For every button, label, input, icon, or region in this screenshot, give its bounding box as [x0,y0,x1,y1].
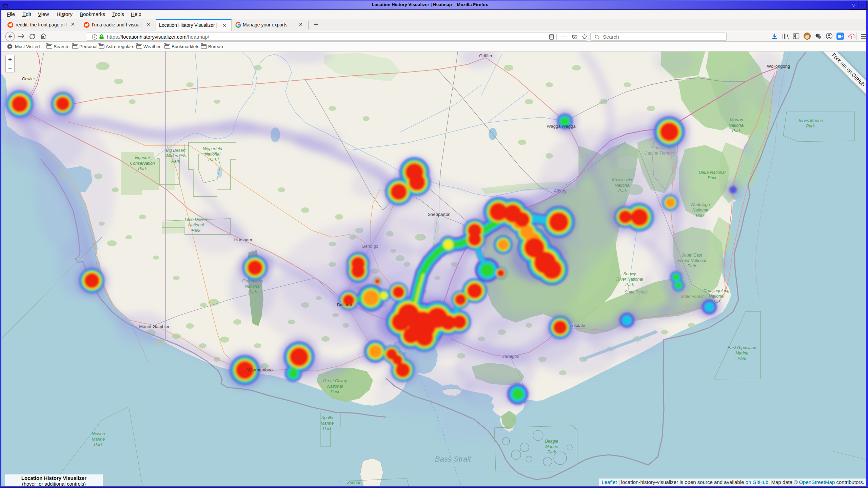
svg-text:Conservation: Conservation [130,161,155,166]
svg-text:Park: Park [323,426,332,431]
svg-text:Park: Park [208,157,217,162]
svg-text:Bass Strait: Bass Strait [435,455,471,463]
svg-text:Marine: Marine [321,421,334,426]
svg-text:River National: River National [616,277,644,282]
svg-text:Apollo: Apollo [321,415,333,420]
svg-text:Park: Park [138,166,147,171]
svg-text:National: National [205,152,221,157]
svg-text:Warrnambool: Warrnambool [247,367,274,372]
svg-text:Park: Park [547,450,556,454]
svg-text:Park: Park [732,128,741,133]
svg-text:Park: Park [94,442,103,447]
svg-text:Gawler: Gawler [22,77,35,81]
svg-text:Jervis Marine: Jervis Marine [797,118,823,123]
svg-text:Park: Park [737,356,746,361]
svg-text:Marine: Marine [735,351,748,355]
svg-text:Snowy: Snowy [623,271,636,276]
svg-text:Park: Park [625,282,634,287]
svg-text:Wyperfeld: Wyperfeld [203,146,222,151]
svg-text:Park: Park [806,124,815,128]
svg-text:Zeehan: Zeehan [347,480,361,485]
svg-text:Park: Park [331,389,339,394]
svg-text:Marine: Marine [92,437,105,442]
svg-text:Wagga Wagga: Wagga Wagga [547,124,576,129]
svg-text:East Gippsland: East Gippsland [728,345,757,350]
svg-text:Ballarat: Ballarat [337,302,352,307]
svg-text:Deua National: Deua National [698,170,726,175]
svg-text:National: National [327,384,343,389]
svg-text:Nelson: Nelson [92,431,105,436]
svg-text:Marine: Marine [545,444,558,449]
svg-text:Croajingolong: Croajingolong [703,288,729,293]
svg-text:Park: Park [708,176,716,180]
svg-text:Beagle: Beagle [545,439,558,444]
svg-text:Ngarkat: Ngarkat [135,156,150,160]
